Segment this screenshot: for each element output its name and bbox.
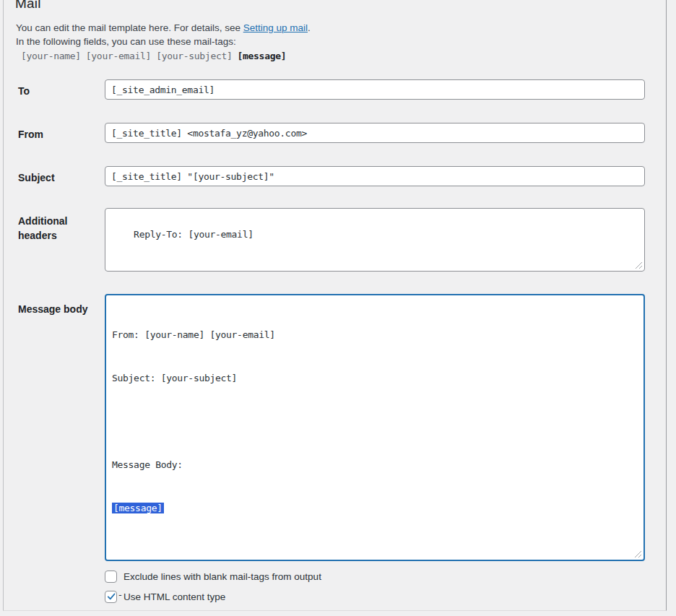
to-input[interactable] [105, 79, 645, 100]
exclude-blank-lines-label: Exclude lines with blank mail-tags from … [124, 571, 321, 582]
resize-grip-icon[interactable] [634, 261, 642, 269]
mail-tag: [your-name] [21, 51, 81, 61]
use-html-content-type-option: Use HTML content type [105, 589, 225, 604]
mail-settings-panel: Mail You can edit the mail template here… [3, 0, 667, 611]
setting-up-mail-link[interactable]: Setting up mail [243, 22, 308, 33]
intro-text: You can edit the mail template here. For… [16, 21, 311, 48]
message-body-line [112, 415, 638, 429]
subject-input[interactable] [105, 166, 645, 186]
from-label: From [18, 127, 96, 142]
panel-title: Mail [15, 0, 41, 12]
from-input[interactable] [105, 123, 645, 143]
message-body-textarea[interactable]: From: [your-name] [your-email] Subject: … [105, 294, 645, 561]
check-icon [106, 591, 116, 602]
additional-headers-label: Additional headers [18, 214, 96, 243]
message-body-label: Message body [18, 302, 96, 316]
additional-headers-value: Reply-To: [your-email] [134, 229, 254, 240]
message-body-line: From: [your-name] [your-email] [112, 328, 638, 342]
use-html-content-type-checkbox[interactable] [105, 591, 117, 603]
intro-line-2: In the following fields, you can use the… [16, 35, 311, 48]
use-html-content-type-label: Use HTML content type [124, 591, 225, 602]
subject-label: Subject [18, 170, 96, 185]
mail-tags-list: [your-name][your-email][your-subject][me… [21, 51, 291, 61]
mail-tag: [your-subject] [156, 51, 232, 61]
exclude-blank-lines-checkbox[interactable] [105, 571, 117, 583]
to-label: To [18, 84, 96, 98]
exclude-blank-lines-option: Exclude lines with blank mail-tags from … [105, 569, 321, 584]
mail-tag: [your-email] [86, 51, 151, 61]
selected-message-tag: [message] [112, 503, 164, 513]
message-body-line: Subject: [your-subject] [112, 371, 638, 386]
intro-line-1: You can edit the mail template here. For… [16, 21, 311, 35]
message-body-line: [message] [112, 501, 638, 516]
mail-tag-message: [message] [238, 51, 287, 61]
message-body-line [112, 545, 638, 559]
additional-headers-textarea[interactable]: Reply-To: [your-email] [105, 208, 645, 272]
message-body-line: Message Body: [112, 458, 638, 472]
